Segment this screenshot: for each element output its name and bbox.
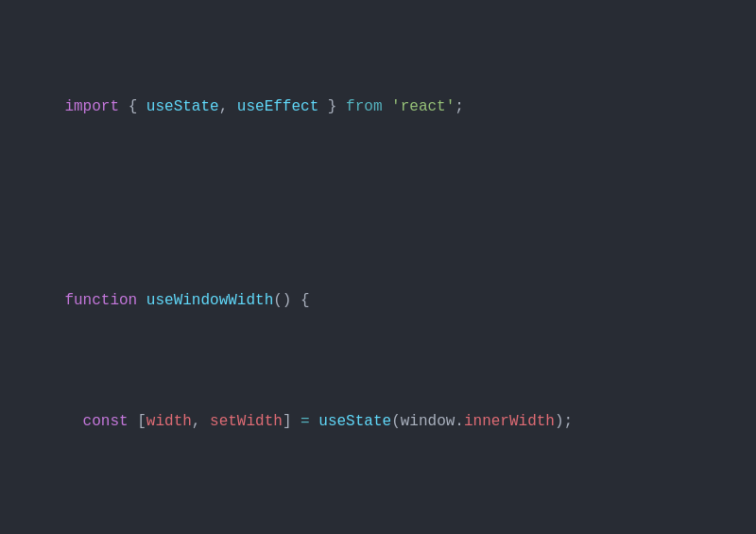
var-width: width <box>146 413 192 430</box>
code-line-3: function useWindowWidth() { <box>28 265 728 337</box>
punctuation: [ <box>137 413 146 430</box>
code-editor: import { useState, useEffect } from 'rea… <box>0 0 756 534</box>
code-line-1: import { useState, useEffect } from 'rea… <box>28 71 728 144</box>
var-setwidth: setWidth <box>210 413 283 430</box>
prop-innerwidth: innerWidth <box>464 413 555 430</box>
plain-text <box>382 98 391 115</box>
plain-text <box>310 413 319 430</box>
fn-usewindowwidth: useWindowWidth <box>146 292 273 309</box>
code-line-4: const [width, setWidth] = useState(windo… <box>28 386 728 458</box>
punctuation: ; <box>455 98 464 115</box>
keyword-from: from <box>346 98 382 115</box>
plain-text <box>129 413 138 430</box>
punctuation: ( <box>391 413 401 430</box>
fn-call-usestate: useState <box>318 413 391 430</box>
indent <box>64 413 82 430</box>
punctuation: () { <box>273 292 309 309</box>
punctuation: { <box>129 98 146 115</box>
plain-text <box>119 98 129 115</box>
operator-eq: = <box>301 413 310 430</box>
punctuation: , <box>219 98 237 115</box>
plain-text <box>137 292 146 309</box>
string-react: 'react' <box>391 98 455 115</box>
keyword-function: function <box>64 292 137 309</box>
plain-text <box>291 413 301 430</box>
keyword-import: import <box>64 98 119 115</box>
identifier-usestate: useState <box>146 98 219 115</box>
punctuation-dot: . <box>455 413 464 430</box>
code-line-blank-1 <box>28 192 728 216</box>
plain-window: window <box>401 413 455 430</box>
code-line-blank-2 <box>28 507 728 531</box>
punctuation: } <box>318 98 346 115</box>
keyword-const: const <box>83 413 129 430</box>
identifier-useeffect: useEffect <box>237 98 318 115</box>
punctuation: ); <box>555 413 573 430</box>
punctuation: , <box>192 413 210 430</box>
